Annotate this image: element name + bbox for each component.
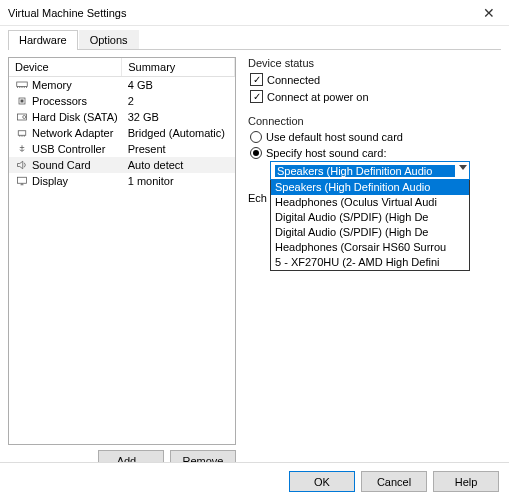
svg-point-4 xyxy=(23,116,26,119)
nic-icon xyxy=(15,127,29,139)
device-name: Sound Card xyxy=(32,159,91,171)
echo-label-truncated: Ech xyxy=(248,192,267,204)
close-icon: ✕ xyxy=(483,5,495,21)
svg-rect-3 xyxy=(18,114,27,120)
device-status-group: Device status ✓ Connected ✓ Connect at p… xyxy=(248,57,501,103)
titlebar: Virtual Machine Settings ✕ xyxy=(0,0,509,26)
dropdown-option[interactable]: Digital Audio (S/PDIF) (High De xyxy=(271,225,469,240)
dropdown-option[interactable]: Headphones (Oculus Virtual Audi xyxy=(271,195,469,210)
help-button[interactable]: Help xyxy=(433,471,499,492)
device-list[interactable]: Device Summary Memory4 GBProcessors2Hard… xyxy=(8,57,236,445)
device-summary: 32 GB xyxy=(122,109,235,125)
device-name: Processors xyxy=(32,95,87,107)
cancel-button[interactable]: Cancel xyxy=(361,471,427,492)
dropdown-option[interactable]: Digital Audio (S/PDIF) (High De xyxy=(271,210,469,225)
connect-poweron-checkbox[interactable]: ✓ xyxy=(250,90,263,103)
device-row-sound[interactable]: Sound CardAuto detect xyxy=(9,157,235,173)
device-summary: Present xyxy=(122,141,235,157)
tabs: Hardware Options xyxy=(0,26,509,50)
disk-icon xyxy=(15,111,29,123)
svg-rect-0 xyxy=(17,82,28,87)
col-device[interactable]: Device xyxy=(9,58,122,77)
device-name: Memory xyxy=(32,79,72,91)
svg-rect-2 xyxy=(21,100,24,103)
tab-hardware[interactable]: Hardware xyxy=(8,30,78,50)
connected-checkbox[interactable]: ✓ xyxy=(250,73,263,86)
device-summary: 2 xyxy=(122,93,235,109)
radio-default-host-label: Use default host sound card xyxy=(266,131,403,143)
device-row-cpu[interactable]: Processors2 xyxy=(9,93,235,109)
svg-rect-6 xyxy=(18,177,27,183)
connection-group: Connection Use default host sound card S… xyxy=(248,115,501,180)
device-row-nic[interactable]: Network AdapterBridged (Automatic) xyxy=(9,125,235,141)
ok-button[interactable]: OK xyxy=(289,471,355,492)
device-row-disk[interactable]: Hard Disk (SATA)32 GB xyxy=(9,109,235,125)
tab-options[interactable]: Options xyxy=(79,30,139,50)
device-name: Hard Disk (SATA) xyxy=(32,111,118,123)
device-summary: 4 GB xyxy=(122,77,235,94)
sound-card-dropdown[interactable]: Speakers (High Definition Audio Speakers… xyxy=(270,161,470,180)
dropdown-option[interactable]: 5 - XF270HU (2- AMD High Defini xyxy=(271,255,469,270)
device-row-display[interactable]: Display1 monitor xyxy=(9,173,235,189)
connect-poweron-label: Connect at power on xyxy=(267,91,369,103)
device-row-usb[interactable]: USB ControllerPresent xyxy=(9,141,235,157)
dropdown-selected: Speakers (High Definition Audio xyxy=(275,165,455,177)
radio-specify-host-label: Specify host sound card: xyxy=(266,147,386,159)
device-name: Display xyxy=(32,175,68,187)
col-summary[interactable]: Summary xyxy=(122,58,235,77)
device-name: Network Adapter xyxy=(32,127,113,139)
connection-title: Connection xyxy=(248,115,501,127)
connected-label: Connected xyxy=(267,74,320,86)
display-icon xyxy=(15,175,29,187)
device-summary: Bridged (Automatic) xyxy=(122,125,235,141)
cpu-icon xyxy=(15,95,29,107)
dialog-footer: OK Cancel Help xyxy=(0,462,509,500)
device-row-memory[interactable]: Memory4 GB xyxy=(9,77,235,94)
device-status-title: Device status xyxy=(248,57,501,69)
device-summary: Auto detect xyxy=(122,157,235,173)
close-button[interactable]: ✕ xyxy=(469,0,509,26)
device-summary: 1 monitor xyxy=(122,173,235,189)
memory-icon xyxy=(15,79,29,91)
usb-icon xyxy=(15,143,29,155)
dropdown-list[interactable]: Speakers (High Definition AudioHeadphone… xyxy=(270,180,470,271)
sound-icon xyxy=(15,159,29,171)
radio-specify-host[interactable] xyxy=(250,147,262,159)
window-title: Virtual Machine Settings xyxy=(8,7,469,19)
svg-rect-5 xyxy=(18,131,26,136)
dropdown-option[interactable]: Headphones (Corsair HS60 Surrou xyxy=(271,240,469,255)
radio-default-host[interactable] xyxy=(250,131,262,143)
chevron-down-icon xyxy=(459,165,467,170)
device-name: USB Controller xyxy=(32,143,105,155)
dropdown-option[interactable]: Speakers (High Definition Audio xyxy=(271,180,469,195)
